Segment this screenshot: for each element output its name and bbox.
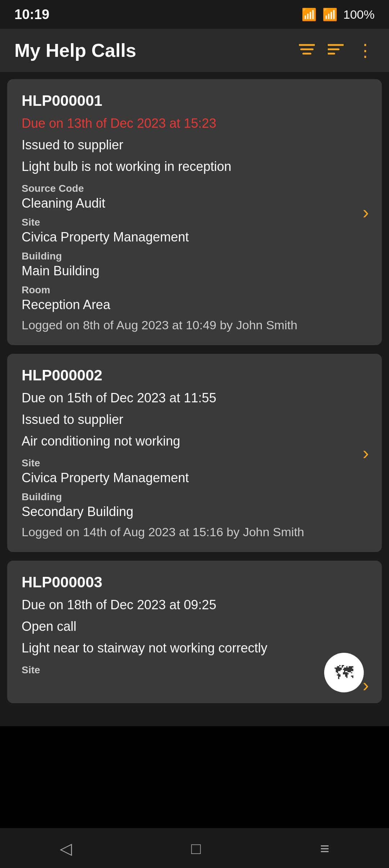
map-fab-button[interactable]: 🗺 <box>324 653 364 692</box>
battery-indicator: 100% <box>343 8 375 22</box>
header-actions: ⋮ <box>299 40 375 60</box>
card-description: Light bulb is not working in reception <box>22 159 367 174</box>
source-code-label: Source Code <box>22 183 367 194</box>
card-status: Issued to supplier <box>22 412 367 427</box>
main-content: HLP000001 Due on 13th of Dec 2023 at 15:… <box>0 72 389 726</box>
map-icon: 🗺 <box>335 662 353 683</box>
card-description: Light near to stairway not working corre… <box>22 641 367 656</box>
more-options-icon[interactable]: ⋮ <box>357 40 375 60</box>
card-due-date: Due on 18th of Dec 2023 at 09:25 <box>22 597 367 612</box>
home-button[interactable]: □ <box>191 840 201 858</box>
last-card-container: HLP000003 Due on 18th of Dec 2023 at 09:… <box>7 561 382 703</box>
site-value: Civica Property Management <box>22 230 367 245</box>
building-value: Secondary Building <box>22 504 367 519</box>
building-label: Building <box>22 491 367 503</box>
card-chevron-icon[interactable]: › <box>363 674 369 696</box>
card-description: Air conditioning not working <box>22 434 367 449</box>
status-icons: 📶 📶 100% <box>301 7 375 22</box>
help-call-card[interactable]: HLP000002 Due on 15th of Dec 2023 at 11:… <box>7 354 382 552</box>
building-value: Main Building <box>22 263 367 279</box>
building-label: Building <box>22 250 367 262</box>
card-due-date: Due on 13th of Dec 2023 at 15:23 <box>22 116 367 131</box>
site-label: Site <box>22 217 367 228</box>
wifi-icon: 📶 <box>301 7 317 22</box>
site-label: Site <box>22 457 367 469</box>
menu-button[interactable]: ≡ <box>320 840 330 858</box>
source-code-value: Cleaning Audit <box>22 196 367 211</box>
page-title: My Help Calls <box>14 40 136 61</box>
room-label: Room <box>22 284 367 296</box>
card-chevron-icon[interactable]: › <box>363 202 369 223</box>
card-id: HLP000003 <box>22 574 367 591</box>
help-call-card[interactable]: HLP000001 Due on 13th of Dec 2023 at 15:… <box>7 79 382 345</box>
bottom-navigation: ◁ □ ≡ <box>0 828 389 868</box>
card-chevron-icon[interactable]: › <box>363 442 369 464</box>
card-status: Open call <box>22 619 367 634</box>
card-logged: Logged on 14th of Aug 2023 at 15:16 by J… <box>22 525 367 539</box>
card-logged: Logged on 8th of Aug 2023 at 10:49 by Jo… <box>22 318 367 332</box>
card-status: Issued to supplier <box>22 137 367 153</box>
app-header: My Help Calls ⋮ <box>0 29 389 72</box>
card-id: HLP000002 <box>22 367 367 384</box>
status-bar: 10:19 📶 📶 100% <box>0 0 389 29</box>
room-value: Reception Area <box>22 297 367 312</box>
site-label: Site <box>22 664 367 676</box>
card-due-date: Due on 15th of Dec 2023 at 11:55 <box>22 390 367 406</box>
site-value: Civica Property Management <box>22 470 367 485</box>
status-time: 10:19 <box>14 7 49 22</box>
signal-icon: 📶 <box>322 7 337 22</box>
filter-icon[interactable] <box>299 41 315 59</box>
back-button[interactable]: ◁ <box>60 839 72 858</box>
help-call-card[interactable]: HLP000003 Due on 18th of Dec 2023 at 09:… <box>7 561 382 703</box>
sort-icon[interactable] <box>328 41 344 59</box>
card-id: HLP000001 <box>22 92 367 109</box>
